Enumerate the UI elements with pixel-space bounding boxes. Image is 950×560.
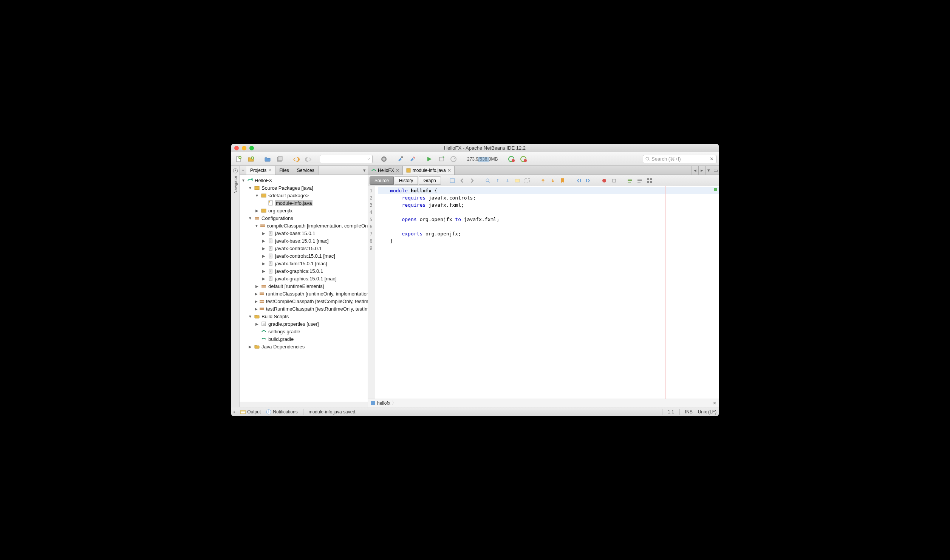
memory-indicator[interactable]: 273.9/538.0MB (465, 156, 500, 162)
tree-node[interactable]: ▶javafx-base:15.0.1 (240, 229, 368, 237)
last-edit-icon[interactable] (448, 176, 457, 185)
tree-node[interactable]: ▼Build Scripts (240, 312, 368, 320)
tree-node[interactable]: ▶javafx-graphics:15.0.1 (240, 267, 368, 275)
tab-services[interactable]: Services (293, 166, 319, 175)
close-icon[interactable]: ✕ (396, 168, 399, 173)
tab-scroll-left-icon[interactable]: ◂ (692, 166, 698, 175)
uncomment-icon[interactable] (635, 176, 644, 185)
undo-button[interactable] (291, 154, 302, 164)
forward-icon[interactable] (467, 176, 477, 185)
minimize-panel-icon[interactable]: ▫ (240, 166, 246, 175)
build-button[interactable] (379, 154, 389, 164)
restore-windows-icon[interactable]: ▫ (234, 409, 235, 415)
navigator-strip[interactable]: Navigator (231, 166, 240, 407)
tree-node[interactable]: ▶default [runtimeElements] (240, 282, 368, 290)
window-controls (234, 146, 254, 150)
tree-node[interactable]: settings.gradle (240, 328, 368, 335)
toggle-bookmark-icon[interactable] (558, 176, 567, 185)
navigator-icon (233, 168, 238, 173)
svg-rect-48 (650, 178, 652, 180)
tree-node[interactable]: ▶javafx-controls:15.0.1 (240, 244, 368, 252)
graph-view-button[interactable]: Graph (419, 176, 441, 185)
svg-rect-44 (525, 178, 529, 183)
profile-button[interactable] (448, 154, 459, 164)
cursor-position[interactable]: 1:1 (668, 409, 674, 415)
tree-node[interactable]: ▶testCompileClasspath [testCompileOnly, … (240, 297, 368, 305)
tree-node[interactable]: ▼compileClasspath [implementation, compi… (240, 222, 368, 229)
macro-record-icon[interactable] (600, 176, 609, 185)
output-button[interactable]: Output (240, 409, 261, 415)
tree-node[interactable]: ▶javafx-graphics:15.0.1 [mac] (240, 275, 368, 282)
tree-scrollbar[interactable] (240, 402, 368, 407)
tree-node[interactable]: ▶javafx-base:15.0.1 [mac] (240, 237, 368, 244)
history-view-button[interactable]: History (395, 176, 418, 185)
code-content[interactable]: module hellofx { requires javafx.control… (375, 186, 719, 399)
notifications-button[interactable]: i Notifications (266, 409, 297, 415)
shift-left-icon[interactable] (574, 176, 583, 185)
panel-menu-icon[interactable]: ▾ (361, 166, 368, 175)
close-icon[interactable]: ✕ (447, 168, 451, 173)
close-window-button[interactable] (234, 146, 239, 150)
tree-node[interactable]: ▶javafx-fxml:15.0.1 [mac] (240, 260, 368, 267)
tree-node[interactable]: ▶runtimeClasspath [runtimeOnly, implemen… (240, 290, 368, 297)
tree-node[interactable]: module-info.java (240, 199, 368, 207)
tree-node[interactable]: ▼Source Packages [java] (240, 184, 368, 192)
find-selection-icon[interactable] (483, 176, 492, 185)
project-tree[interactable]: ▼HelloFX▼Source Packages [java]▼<default… (240, 175, 368, 402)
breadcrumb-item[interactable]: hellofx (377, 401, 390, 406)
tree-node[interactable]: build.gradle (240, 335, 368, 343)
search-field[interactable]: Search (⌘+I) ✕ (643, 155, 716, 163)
run-button[interactable] (424, 154, 435, 164)
minimize-window-button[interactable] (242, 146, 246, 150)
close-icon[interactable]: ✕ (268, 168, 271, 173)
source-view-button[interactable]: Source (370, 176, 394, 185)
editor-tab-hellofx[interactable]: HelloFX✕ (368, 166, 403, 175)
tab-list-icon[interactable]: ▾ (705, 166, 712, 175)
line-gutter[interactable]: 123456789 (368, 186, 375, 399)
open-project-button[interactable] (262, 154, 273, 164)
pause-icon[interactable] (506, 154, 517, 164)
insert-mode[interactable]: INS (685, 409, 693, 415)
zoom-window-button[interactable] (249, 146, 254, 150)
macro-stop-icon[interactable] (610, 176, 619, 185)
prev-bookmark-icon[interactable] (538, 176, 548, 185)
tree-node[interactable]: ▶gradle.properties [user] (240, 320, 368, 328)
next-bookmark-icon[interactable] (548, 176, 557, 185)
svg-rect-19 (261, 209, 266, 212)
shift-right-icon[interactable] (584, 176, 593, 185)
stop-icon[interactable] (518, 154, 529, 164)
line-ending[interactable]: Unix (LF) (698, 409, 716, 415)
maximize-editor-icon[interactable]: ▭ (712, 166, 719, 175)
tab-projects[interactable]: Projects✕ (246, 166, 275, 175)
back-icon[interactable] (458, 176, 467, 185)
toggle-rect-select-icon[interactable] (523, 176, 532, 185)
tree-node[interactable]: ▶javafx-controls:15.0.1 [mac] (240, 252, 368, 260)
new-file-button[interactable] (234, 154, 244, 164)
save-all-button[interactable] (274, 154, 285, 164)
redo-button[interactable] (303, 154, 314, 164)
find-next-icon[interactable] (503, 176, 512, 185)
tree-node[interactable]: ▶testRuntimeClasspath [testRuntimeOnly, … (240, 305, 368, 312)
code-editor[interactable]: 123456789 module hellofx { requires java… (368, 186, 719, 399)
tab-files[interactable]: Files (275, 166, 293, 175)
svg-rect-8 (439, 157, 443, 161)
clean-build-button[interactable] (407, 154, 418, 164)
clear-search-icon[interactable]: ✕ (710, 156, 714, 162)
tree-node[interactable]: ▶org.openjfx (240, 207, 368, 214)
more-icon[interactable] (645, 176, 654, 185)
config-combo[interactable] (320, 155, 373, 163)
find-prev-icon[interactable] (493, 176, 502, 185)
tree-node[interactable]: ▼HelloFX (240, 176, 368, 184)
debug-button[interactable] (436, 154, 447, 164)
toggle-highlight-icon[interactable] (513, 176, 522, 185)
new-project-button[interactable] (246, 154, 256, 164)
tree-node[interactable]: ▼Configurations (240, 214, 368, 222)
editor-tab-module-info[interactable]: module-info.java✕ (403, 166, 455, 175)
tree-node[interactable]: ▼<default package> (240, 192, 368, 199)
comment-icon[interactable] (625, 176, 634, 185)
breadcrumb-close-icon[interactable]: ✕ (713, 401, 716, 406)
window-title: HelloFX - Apache NetBeans IDE 12.2 (254, 145, 716, 151)
tree-node[interactable]: ▶Java Dependencies (240, 343, 368, 350)
hammer-icon[interactable] (395, 154, 406, 164)
tab-scroll-right-icon[interactable]: ▸ (698, 166, 705, 175)
